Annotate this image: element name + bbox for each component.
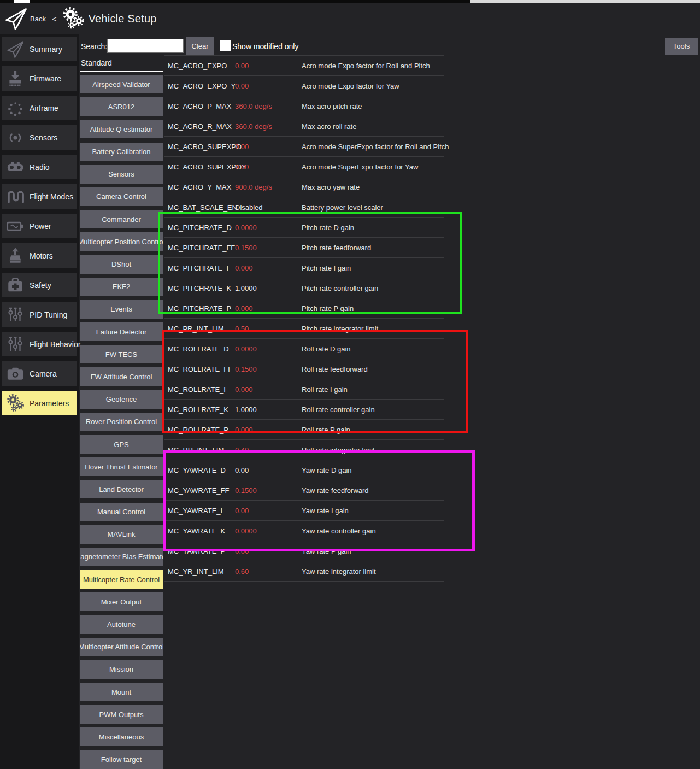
category-item-magnetometer-bias-estimator[interactable]: Magnetometer Bias Estimator bbox=[80, 548, 163, 566]
category-item-follow-target[interactable]: Follow target bbox=[80, 750, 163, 769]
category-item-events[interactable]: Events bbox=[80, 300, 163, 319]
category-item-dshot[interactable]: DShot bbox=[80, 255, 163, 274]
category-item-land-detector[interactable]: Land Detector bbox=[80, 480, 163, 498]
param-value: 0.00 bbox=[235, 82, 302, 90]
param-row-mc-acro-p-max[interactable]: MC_ACRO_P_MAX 360.0 deg/s Max acro pitch… bbox=[164, 96, 444, 116]
param-row-mc-rollrate-ff[interactable]: MC_ROLLRATE_FF 0.1500 Roll rate feedforw… bbox=[164, 359, 444, 379]
category-item-miscellaneous[interactable]: Miscellaneous bbox=[80, 727, 163, 746]
sidebar-item-safety[interactable]: Safety bbox=[2, 273, 77, 297]
category-item-commander[interactable]: Commander bbox=[80, 210, 163, 228]
param-row-mc-pitchrate-d[interactable]: MC_PITCHRATE_D 0.0000 Pitch rate D gain bbox=[164, 218, 444, 238]
category-item-label: Geofence bbox=[106, 395, 137, 403]
page-title: Vehicle Setup bbox=[89, 13, 157, 25]
back-button[interactable]: Back bbox=[30, 15, 46, 23]
param-row-mc-yawrate-d[interactable]: MC_YAWRATE_D 0.00 Yaw rate D gain bbox=[164, 460, 444, 480]
param-row-mc-yr-int-lim[interactable]: MC_YR_INT_LIM 0.60 Yaw rate integrator l… bbox=[164, 561, 444, 582]
category-item-multicopter-position-control[interactable]: Multicopter Position Control bbox=[80, 232, 163, 251]
sidebar-item-airframe[interactable]: Airframe bbox=[2, 96, 77, 120]
clear-button-label: Clear bbox=[191, 42, 208, 50]
category-item-multicopter-rate-control[interactable]: Multicopter Rate Control bbox=[80, 570, 163, 589]
category-item-label: FW TECS bbox=[105, 350, 137, 359]
sidebar-item-power[interactable]: Power bbox=[2, 214, 77, 238]
sliders-icon bbox=[4, 333, 26, 355]
sidebar-item-summary[interactable]: Summary bbox=[2, 37, 77, 61]
sidebar-item-motors[interactable]: Motors bbox=[2, 243, 77, 268]
param-row-mc-acro-y-max[interactable]: MC_ACRO_Y_MAX 900.0 deg/s Max acro yaw r… bbox=[164, 177, 444, 197]
param-row-mc-acro-r-max[interactable]: MC_ACRO_R_MAX 360.0 deg/s Max acro roll … bbox=[164, 116, 444, 137]
battery-icon bbox=[4, 215, 26, 237]
category-item-rover-position-control[interactable]: Rover Position Control bbox=[80, 413, 163, 431]
sidebar-item-sensors[interactable]: Sensors bbox=[2, 125, 77, 150]
category-group-standard[interactable]: Standard bbox=[81, 58, 112, 67]
param-value: 0.000 bbox=[235, 385, 302, 394]
show-modified-checkbox[interactable] bbox=[220, 40, 231, 51]
param-row-mc-yawrate-p[interactable]: MC_YAWRATE_P 0.00 Yaw rate P gain bbox=[164, 541, 444, 561]
param-row-mc-acro-supexpo[interactable]: MC_ACRO_SUPEXPO 0.00 Acro mode SuperExpo… bbox=[164, 137, 444, 157]
param-row-mc-rr-int-lim[interactable]: MC_RR_INT_LIM 0.40 Roll rate integrator … bbox=[164, 440, 444, 460]
category-item-fw-tecs[interactable]: FW TECS bbox=[80, 345, 163, 363]
category-item-failure-detector[interactable]: Failure Detector bbox=[80, 322, 163, 341]
param-row-mc-rollrate-i[interactable]: MC_ROLLRATE_I 0.000 Roll rate I gain bbox=[164, 379, 444, 400]
category-item-hover-thrust-estimator[interactable]: Hover Thrust Estimator bbox=[80, 457, 163, 476]
param-row-mc-rollrate-d[interactable]: MC_ROLLRATE_D 0.0000 Roll rate D gain bbox=[164, 339, 444, 359]
param-row-mc-rollrate-p[interactable]: MC_ROLLRATE_P 0.000 Roll rate P gain bbox=[164, 420, 444, 440]
param-row-mc-acro-supexpoy[interactable]: MC_ACRO_SUPEXPOY 0.00 Acro mode SuperExp… bbox=[164, 157, 444, 177]
tools-button-label: Tools bbox=[673, 42, 690, 50]
category-item-mount[interactable]: Mount bbox=[80, 683, 163, 701]
category-item-label: Battery Calibration bbox=[92, 148, 151, 156]
category-item-mission[interactable]: Mission bbox=[80, 660, 163, 679]
sidebar-item-pid-tuning[interactable]: PID Tuning bbox=[2, 302, 77, 327]
param-description: Roll rate integrator limit bbox=[302, 446, 375, 454]
category-item-ekf2[interactable]: EKF2 bbox=[80, 278, 163, 296]
sidebar-item-flight-behavior[interactable]: Flight Behavior bbox=[2, 332, 77, 356]
param-row-mc-pitchrate-ff[interactable]: MC_PITCHRATE_FF 0.1500 Pitch rate feedfo… bbox=[164, 238, 444, 258]
param-row-mc-bat-scale-en[interactable]: MC_BAT_SCALE_EN Disabled Battery power l… bbox=[164, 197, 444, 218]
category-item-gps[interactable]: GPS bbox=[80, 435, 163, 454]
sidebar-item-parameters[interactable]: Parameters bbox=[2, 391, 77, 415]
param-name: MC_PITCHRATE_D bbox=[164, 224, 235, 232]
category-item-sensors[interactable]: Sensors bbox=[80, 165, 163, 184]
param-row-mc-pitchrate-i[interactable]: MC_PITCHRATE_I 0.000 Pitch rate I gain bbox=[164, 258, 444, 278]
category-item-manual-control[interactable]: Manual Control bbox=[80, 503, 163, 521]
category-item-label: FW Attitude Control bbox=[91, 373, 152, 381]
sidebar-item-label: Motors bbox=[30, 251, 53, 260]
category-item-battery-calibration[interactable]: Battery Calibration bbox=[80, 143, 163, 161]
param-description: Max acro yaw rate bbox=[302, 183, 360, 191]
param-row-mc-yawrate-ff[interactable]: MC_YAWRATE_FF 0.1500 Yaw rate feedforwar… bbox=[164, 480, 444, 501]
category-item-label: Multicopter Attitude Control bbox=[80, 643, 163, 651]
radio-icon bbox=[4, 156, 26, 178]
param-value: 900.0 deg/s bbox=[235, 183, 302, 191]
sidebar-item-firmware[interactable]: Firmware bbox=[2, 66, 77, 91]
param-name: MC_RR_INT_LIM bbox=[164, 446, 235, 454]
param-row-mc-pitchrate-p[interactable]: MC_PITCHRATE_P 0.000 Pitch rate P gain bbox=[164, 298, 444, 319]
param-description: Max acro pitch rate bbox=[302, 102, 362, 110]
category-item-multicopter-attitude-control[interactable]: Multicopter Attitude Control bbox=[80, 638, 163, 656]
param-row-mc-rollrate-k[interactable]: MC_ROLLRATE_K 1.0000 Roll rate controlle… bbox=[164, 400, 444, 420]
param-value: 1.0000 bbox=[235, 406, 302, 414]
sidebar-item-flight-modes[interactable]: Flight Modes bbox=[2, 184, 77, 209]
param-row-mc-pitchrate-k[interactable]: MC_PITCHRATE_K 1.0000 Pitch rate control… bbox=[164, 278, 444, 298]
sidebar-item-radio[interactable]: Radio bbox=[2, 155, 77, 179]
paper-plane-icon bbox=[4, 7, 28, 31]
sidebar-item-camera[interactable]: Camera bbox=[2, 361, 77, 386]
sidebar-divider bbox=[79, 34, 79, 769]
category-item-pwm-outputs[interactable]: PWM Outputs bbox=[80, 705, 163, 724]
clear-button[interactable]: Clear bbox=[186, 37, 214, 55]
param-row-mc-yawrate-k[interactable]: MC_YAWRATE_K 0.0000 Yaw rate controller … bbox=[164, 521, 444, 541]
param-row-mc-acro-expo[interactable]: MC_ACRO_EXPO 0.00 Acro mode Expo factor … bbox=[164, 56, 444, 76]
param-description: Roll rate P gain bbox=[302, 426, 350, 434]
param-row-mc-yawrate-i[interactable]: MC_YAWRATE_I 0.00 Yaw rate I gain bbox=[164, 501, 444, 521]
category-item-fw-attitude-control[interactable]: FW Attitude Control bbox=[80, 367, 163, 386]
param-row-mc-acro-expo-y[interactable]: MC_ACRO_EXPO_Y 0.00 Acro mode Expo facto… bbox=[164, 76, 444, 96]
category-item-asr012[interactable]: ASR012 bbox=[80, 97, 163, 116]
param-value: 0.0000 bbox=[235, 224, 302, 232]
category-item-attitude-q-estimator[interactable]: Attitude Q estimator bbox=[80, 120, 163, 138]
tools-button[interactable]: Tools bbox=[665, 38, 698, 55]
category-item-geofence[interactable]: Geofence bbox=[80, 390, 163, 409]
category-item-airspeed-validator[interactable]: Airspeed Validator bbox=[80, 75, 163, 93]
category-item-mixer-output[interactable]: Mixer Output bbox=[80, 592, 163, 611]
category-item-mavlink[interactable]: MAVLink bbox=[80, 525, 163, 544]
category-item-autotune[interactable]: Autotune bbox=[80, 615, 163, 634]
param-row-mc-pr-int-lim[interactable]: MC_PR_INT_LIM 0.50 Pitch rate integrator… bbox=[164, 319, 444, 339]
category-item-camera-control[interactable]: Camera Control bbox=[80, 187, 163, 206]
